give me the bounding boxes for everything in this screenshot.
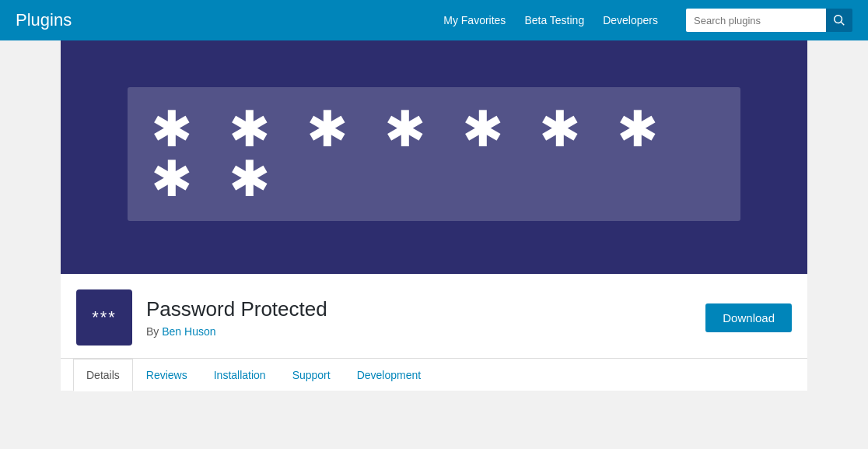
- plugin-icon: ***: [76, 289, 132, 346]
- plugin-author-line: By Ben Huson: [146, 325, 705, 338]
- plugin-name: Password Protected: [146, 297, 705, 321]
- plugin-info-row: *** Password Protected By Ben Huson Down…: [61, 274, 807, 358]
- tab-support[interactable]: Support: [279, 359, 344, 391]
- tabs-row: Details Reviews Installation Support Dev…: [61, 358, 807, 391]
- plugin-meta: Password Protected By Ben Huson: [146, 297, 705, 337]
- banner-asterisks: ✱ ✱ ✱ ✱ ✱ ✱ ✱ ✱ ✱: [151, 104, 716, 204]
- search-input[interactable]: [686, 9, 826, 32]
- tab-development[interactable]: Development: [344, 359, 435, 391]
- header: Plugins My Favorites Beta Testing Develo…: [0, 0, 868, 40]
- search-wrapper: [686, 9, 852, 32]
- author-label: By: [146, 325, 159, 338]
- plugin-icon-text: ***: [92, 307, 117, 328]
- nav-beta-testing[interactable]: Beta Testing: [524, 14, 584, 26]
- plugin-banner: ✱ ✱ ✱ ✱ ✱ ✱ ✱ ✱ ✱: [61, 40, 807, 274]
- content-wrap: ✱ ✱ ✱ ✱ ✱ ✱ ✱ ✱ ✱ *** Password Protected…: [61, 40, 807, 391]
- search-button[interactable]: [826, 9, 852, 32]
- tab-installation[interactable]: Installation: [201, 359, 279, 391]
- header-nav: My Favorites Beta Testing Developers: [443, 9, 852, 32]
- header-title: Plugins: [16, 10, 72, 30]
- banner-inner: ✱ ✱ ✱ ✱ ✱ ✱ ✱ ✱ ✱: [128, 87, 740, 221]
- author-link[interactable]: Ben Huson: [162, 325, 215, 338]
- tab-details[interactable]: Details: [73, 359, 133, 391]
- tab-reviews[interactable]: Reviews: [133, 359, 201, 391]
- download-button[interactable]: Download: [705, 303, 792, 332]
- page-wrap: Plugins My Favorites Beta Testing Develo…: [0, 0, 868, 449]
- nav-developers[interactable]: Developers: [603, 14, 658, 26]
- nav-my-favorites[interactable]: My Favorites: [443, 14, 506, 26]
